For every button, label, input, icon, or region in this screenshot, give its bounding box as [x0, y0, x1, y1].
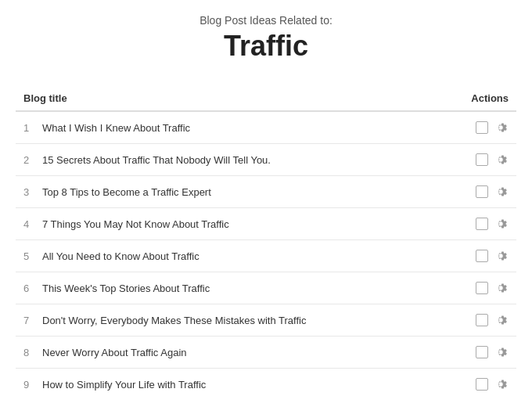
table-header: Blog title Actions — [16, 86, 516, 112]
gear-icon[interactable] — [493, 184, 509, 200]
row-number: 8 — [23, 347, 42, 358]
row-actions — [446, 376, 509, 392]
row-checkbox[interactable] — [476, 218, 488, 230]
row-number: 3 — [23, 186, 42, 198]
row-number: 9 — [23, 379, 42, 391]
row-title: Never Worry About Traffic Again — [42, 347, 446, 358]
row-actions — [446, 248, 509, 264]
gear-icon[interactable] — [493, 312, 509, 328]
table-body: 1 What I Wish I Knew About Traffic 2 15 … — [16, 112, 516, 396]
header-subtitle: Blog Post Ideas Related to: — [16, 14, 516, 27]
row-number: 2 — [23, 154, 42, 166]
table-row: 8 Never Worry About Traffic Again — [16, 337, 516, 369]
row-title: Top 8 Tips to Become a Traffic Expert — [42, 186, 446, 198]
row-title: How to Simplify Your Life with Traffic — [42, 379, 446, 391]
row-checkbox[interactable] — [476, 121, 488, 134]
gear-icon[interactable] — [493, 248, 509, 264]
row-actions — [446, 312, 509, 328]
row-actions — [446, 344, 509, 360]
row-number: 5 — [23, 250, 42, 262]
blog-ideas-table: Blog title Actions 1 What I Wish I Knew … — [0, 86, 532, 396]
row-number: 4 — [23, 218, 42, 230]
gear-icon[interactable] — [493, 280, 509, 296]
table-row: 1 What I Wish I Knew About Traffic — [16, 112, 516, 144]
row-checkbox[interactable] — [476, 250, 488, 262]
gear-icon[interactable] — [493, 216, 509, 232]
col-actions-label: Actions — [446, 92, 509, 104]
table-row: 6 This Week's Top Stories About Traffic — [16, 272, 516, 304]
page-header: Blog Post Ideas Related to: Traffic — [0, 0, 532, 70]
row-actions — [446, 216, 509, 232]
gear-icon[interactable] — [493, 120, 509, 135]
table-row: 4 7 Things You May Not Know About Traffi… — [16, 208, 516, 240]
gear-icon[interactable] — [493, 344, 509, 360]
row-title: All You Need to Know About Traffic — [42, 250, 446, 262]
row-title: What I Wish I Knew About Traffic — [42, 122, 446, 134]
table-row: 7 Don't Worry, Everybody Makes These Mis… — [16, 304, 516, 337]
row-checkbox[interactable] — [476, 282, 488, 294]
gear-icon[interactable] — [493, 376, 509, 392]
row-number: 7 — [23, 315, 42, 326]
row-title: 15 Secrets About Traffic That Nobody Wil… — [42, 154, 446, 166]
row-checkbox[interactable] — [476, 346, 488, 358]
row-number: 6 — [23, 283, 42, 294]
row-title: Don't Worry, Everybody Makes These Mista… — [42, 315, 446, 326]
row-checkbox[interactable] — [476, 153, 488, 166]
row-actions — [446, 120, 509, 135]
col-title-label: Blog title — [23, 92, 446, 104]
table-row: 3 Top 8 Tips to Become a Traffic Expert — [16, 176, 516, 208]
row-checkbox[interactable] — [476, 378, 488, 391]
table-row: 5 All You Need to Know About Traffic — [16, 240, 516, 272]
row-number: 1 — [23, 122, 42, 134]
row-actions — [446, 184, 509, 200]
row-title: 7 Things You May Not Know About Traffic — [42, 218, 446, 230]
header-title: Traffic — [16, 30, 516, 63]
row-actions — [446, 280, 509, 296]
row-checkbox[interactable] — [476, 314, 488, 326]
row-checkbox[interactable] — [476, 185, 488, 198]
table-row: 2 15 Secrets About Traffic That Nobody W… — [16, 144, 516, 176]
row-actions — [446, 152, 509, 167]
gear-icon[interactable] — [493, 152, 509, 167]
table-row: 9 How to Simplify Your Life with Traffic — [16, 369, 516, 396]
row-title: This Week's Top Stories About Traffic — [42, 283, 446, 294]
